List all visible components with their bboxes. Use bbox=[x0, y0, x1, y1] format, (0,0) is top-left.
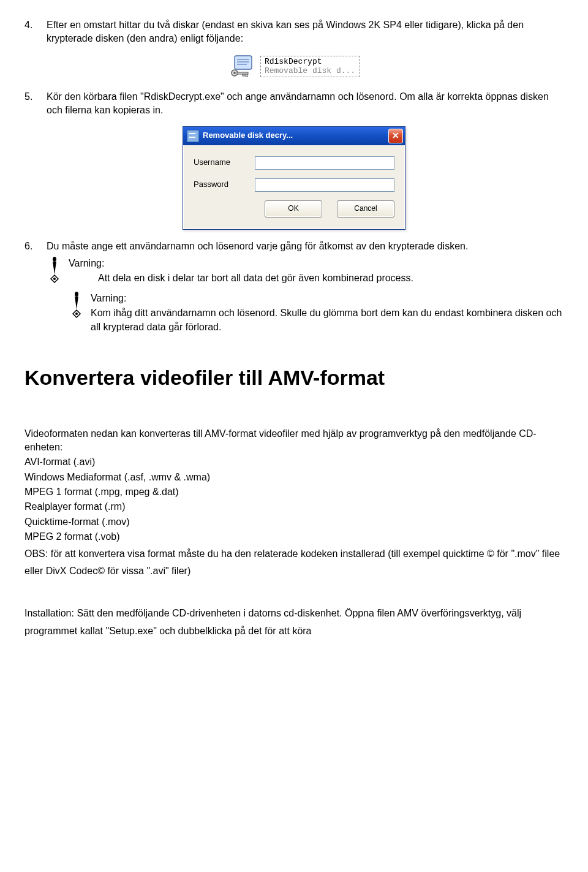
format-realplayer: Realplayer format (.rm) bbox=[24, 500, 564, 514]
svg-point-12 bbox=[75, 313, 78, 315]
obs-note: OBS: för att konvertera visa format måst… bbox=[24, 545, 564, 581]
step-4-text: Efter en omstart hittar du två diskar (e… bbox=[47, 18, 564, 46]
password-label: Password bbox=[194, 179, 255, 190]
svg-point-5 bbox=[233, 72, 236, 74]
step-5-text: Kör den körbara filen "RdiskDecrypt.exe"… bbox=[47, 90, 564, 118]
cancel-button[interactable]: Cancel bbox=[337, 200, 394, 218]
rdisk-icon-block: RdiskDecrypt Removable disk d... bbox=[24, 55, 564, 79]
conv-intro: Videoformaten nedan kan konverteras till… bbox=[24, 427, 564, 455]
dialog-body: Username Password OK Cancel bbox=[183, 145, 405, 229]
step-5-number: 5. bbox=[24, 90, 47, 118]
step-4-number: 4. bbox=[24, 18, 47, 46]
step-4: 4. Efter en omstart hittar du två diskar… bbox=[24, 18, 564, 46]
username-row: Username bbox=[194, 156, 394, 170]
format-quicktime: Quicktime-format (.mov) bbox=[24, 515, 564, 529]
warning-2: Varning: Kom ihåg ditt användarnamn och … bbox=[69, 292, 564, 334]
close-icon[interactable]: ✕ bbox=[388, 129, 403, 143]
warning-1-text: Att dela en disk i delar tar bort all da… bbox=[98, 271, 564, 285]
warning-2-text: Kom ihåg ditt användarnamn och lösenord.… bbox=[91, 306, 564, 334]
notebook-key-icon bbox=[228, 55, 257, 79]
svg-point-9 bbox=[53, 257, 56, 262]
svg-rect-0 bbox=[235, 56, 252, 69]
svg-point-11 bbox=[75, 292, 78, 297]
format-wmf: Windows Mediaformat (.asf, .wmv & .wma) bbox=[24, 471, 564, 484]
rdisk-label-box: RdiskDecrypt Removable disk d... bbox=[260, 56, 360, 77]
warning-2-label: Varning: bbox=[91, 292, 564, 305]
password-row: Password bbox=[194, 178, 394, 192]
step-6-number: 6. bbox=[24, 240, 47, 253]
rdisk-line1: RdiskDecrypt bbox=[265, 58, 355, 66]
warning-1-label: Varning: bbox=[69, 257, 564, 270]
username-input[interactable] bbox=[255, 156, 394, 170]
rdisk-line2: Removable disk d... bbox=[265, 67, 355, 75]
dialog-button-row: OK Cancel bbox=[194, 200, 394, 218]
exclamation-icon bbox=[69, 292, 85, 319]
dialog-title-icon bbox=[187, 130, 199, 142]
warning-1-content: Varning: Att dela en disk i delar tar bo… bbox=[69, 257, 564, 286]
rdisk-icon-row: RdiskDecrypt Removable disk d... bbox=[228, 55, 360, 79]
step-5: 5. Kör den körbara filen "RdiskDecrypt.e… bbox=[24, 90, 564, 118]
svg-point-10 bbox=[53, 278, 56, 280]
svg-rect-8 bbox=[243, 74, 244, 76]
dialog-titlebar: Removable disk decry... ✕ bbox=[183, 127, 405, 145]
step-6: 6. Du måste ange ett användarnamn och lö… bbox=[24, 240, 564, 253]
install-note: Installation: Sätt den medföljande CD-dr… bbox=[24, 605, 564, 640]
format-mpeg2: MPEG 2 format (.vob) bbox=[24, 530, 564, 544]
ok-button[interactable]: OK bbox=[265, 200, 322, 218]
warning-2-content: Varning: Kom ihåg ditt användarnamn och … bbox=[91, 292, 564, 334]
step-6-text: Du måste ange ett användarnamn och lösen… bbox=[47, 240, 564, 253]
username-label: Username bbox=[194, 157, 255, 168]
warning-1: Varning: Att dela en disk i delar tar bo… bbox=[47, 257, 564, 286]
decrypt-dialog: Removable disk decry... ✕ Username Passw… bbox=[183, 126, 405, 230]
dialog-title: Removable disk decry... bbox=[203, 130, 388, 141]
exclamation-icon bbox=[47, 257, 62, 284]
svg-rect-7 bbox=[246, 74, 247, 77]
format-mpeg1: MPEG 1 format (.mpg, mpeg &.dat) bbox=[24, 485, 564, 499]
password-input[interactable] bbox=[255, 178, 394, 192]
format-avi: AVI-format (.avi) bbox=[24, 455, 564, 469]
section-heading-amv: Konvertera videofiler till AMV-format bbox=[24, 363, 564, 393]
